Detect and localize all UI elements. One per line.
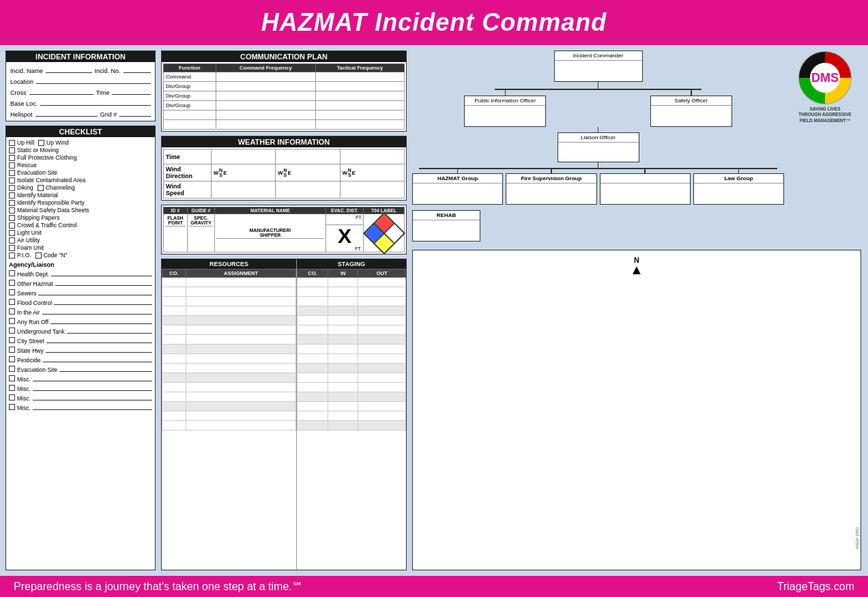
so-fill[interactable] xyxy=(651,106,732,126)
stg-out-7[interactable] xyxy=(358,335,406,345)
checkbox-identify-resp[interactable] xyxy=(9,200,15,206)
weather-cell-speed1[interactable] xyxy=(212,181,276,199)
res-co-3[interactable] xyxy=(162,297,186,306)
stg-in-9[interactable] xyxy=(328,354,358,364)
stg-out-10[interactable] xyxy=(358,364,406,373)
comm-cell-div1-freq[interactable] xyxy=(216,82,315,91)
base-loc-line[interactable] xyxy=(40,98,151,106)
weather-cell-dir3[interactable]: W N S E xyxy=(340,164,404,181)
res-assign-12[interactable] xyxy=(186,383,296,392)
weather-cell-dir1[interactable]: W N S E xyxy=(212,164,276,181)
stg-co-14[interactable] xyxy=(298,402,328,411)
check-isolate[interactable]: Isolate Contaminated Area xyxy=(9,177,152,184)
line-city[interactable] xyxy=(46,336,152,343)
comm-blank2c[interactable] xyxy=(315,120,404,130)
line-statehwy[interactable] xyxy=(46,345,152,353)
comm-cell-cmd-tac[interactable] xyxy=(315,72,404,82)
stg-in-15[interactable] xyxy=(328,411,358,421)
res-assign-3[interactable] xyxy=(186,297,296,306)
checkbox-evacsite2[interactable] xyxy=(9,366,15,372)
line-inair[interactable] xyxy=(42,307,152,315)
res-co-11[interactable] xyxy=(162,373,186,383)
stg-out-4[interactable] xyxy=(358,306,406,316)
check-msds[interactable]: Material Safety Data Sheets xyxy=(9,207,152,214)
comm-blank1c[interactable] xyxy=(315,111,404,120)
res-co-1[interactable] xyxy=(162,278,186,287)
res-assign-10[interactable] xyxy=(186,364,296,373)
unnamed-group-fill[interactable] xyxy=(601,184,690,204)
stg-co-6[interactable] xyxy=(298,325,328,335)
checkbox-crowd[interactable] xyxy=(9,222,15,229)
stg-in-4[interactable] xyxy=(328,306,358,316)
checkbox-city[interactable] xyxy=(9,337,15,343)
checkbox-isolate[interactable] xyxy=(9,177,15,184)
location-line[interactable] xyxy=(36,76,151,84)
line-pesticide[interactable] xyxy=(43,355,153,362)
stg-in-11[interactable] xyxy=(328,373,358,383)
checkbox-fullprot[interactable] xyxy=(9,155,15,161)
stg-co-8[interactable] xyxy=(298,345,328,354)
checkbox-tank[interactable] xyxy=(9,327,15,334)
res-assign-8[interactable] xyxy=(186,345,296,354)
weather-cell-time3[interactable] xyxy=(340,149,404,164)
stg-co-1[interactable] xyxy=(298,278,328,287)
stg-out-5[interactable] xyxy=(358,316,406,325)
stg-in-14[interactable] xyxy=(328,402,358,411)
checkbox-runoff[interactable] xyxy=(9,318,15,324)
line-tank[interactable] xyxy=(67,326,152,334)
res-assign-11[interactable] xyxy=(186,373,296,383)
checkbox-evacsite[interactable] xyxy=(9,170,15,176)
grid-line[interactable] xyxy=(119,108,151,117)
stg-out-2[interactable] xyxy=(358,287,406,297)
res-co-2[interactable] xyxy=(162,287,186,297)
check-fullprot[interactable]: Full Protective Clothing xyxy=(9,154,152,161)
stg-co-4[interactable] xyxy=(298,306,328,316)
comm-blank2b[interactable] xyxy=(216,120,315,130)
mat-cell-guide[interactable]: SPEC.GRAVITY xyxy=(188,214,215,252)
line-ohazmat[interactable] xyxy=(55,278,152,286)
liaison-fill[interactable] xyxy=(558,143,639,162)
helispot-line[interactable] xyxy=(35,108,98,117)
res-assign-9[interactable] xyxy=(186,354,296,364)
incid-name-line[interactable] xyxy=(46,65,91,73)
checkbox-channeling[interactable] xyxy=(38,185,44,191)
stg-out-11[interactable] xyxy=(358,373,406,383)
checkbox-static[interactable] xyxy=(9,147,15,154)
stg-co-11[interactable] xyxy=(298,373,328,383)
weather-cell-time1[interactable] xyxy=(212,149,276,164)
stg-co-16[interactable] xyxy=(298,421,328,431)
stg-out-16[interactable] xyxy=(358,421,406,431)
stg-co-10[interactable] xyxy=(298,364,328,373)
checkbox-ohazmat[interactable] xyxy=(9,280,15,286)
line-flood[interactable] xyxy=(54,297,152,305)
comm-cell-div2-freq[interactable] xyxy=(216,91,315,101)
res-assign-1[interactable] xyxy=(186,278,296,287)
line-evacsite2[interactable] xyxy=(59,364,152,372)
res-co-15[interactable] xyxy=(162,411,186,421)
check-shipping[interactable]: Shipping Papers xyxy=(9,214,152,221)
line-runoff[interactable] xyxy=(50,317,152,324)
res-assign-7[interactable] xyxy=(186,335,296,345)
comm-cell-div3-tac[interactable] xyxy=(315,101,404,111)
checkbox-diking[interactable] xyxy=(9,185,15,191)
checkbox-statehwy[interactable] xyxy=(9,347,15,353)
checkbox-air[interactable] xyxy=(9,237,15,244)
stg-in-7[interactable] xyxy=(328,335,358,345)
stg-out-8[interactable] xyxy=(358,345,406,354)
stg-out-9[interactable] xyxy=(358,354,406,364)
check-air[interactable]: Air Utility xyxy=(9,237,152,244)
line-misc3[interactable] xyxy=(33,393,152,401)
checkbox-sewers[interactable] xyxy=(9,289,15,295)
checkbox-identify-mat[interactable] xyxy=(9,192,15,199)
cross-line[interactable] xyxy=(29,87,93,95)
res-co-14[interactable] xyxy=(162,402,186,411)
comm-blank1b[interactable] xyxy=(216,111,315,120)
stg-in-5[interactable] xyxy=(328,316,358,325)
checkbox-inair[interactable] xyxy=(9,308,15,315)
fire-group-fill[interactable] xyxy=(506,184,596,204)
res-co-5[interactable] xyxy=(162,316,186,325)
check-static[interactable]: Static or Moving xyxy=(9,147,152,154)
res-co-10[interactable] xyxy=(162,364,186,373)
checkbox-msds[interactable] xyxy=(9,207,15,214)
check-evacsite[interactable]: Evacuation Site xyxy=(9,169,152,176)
